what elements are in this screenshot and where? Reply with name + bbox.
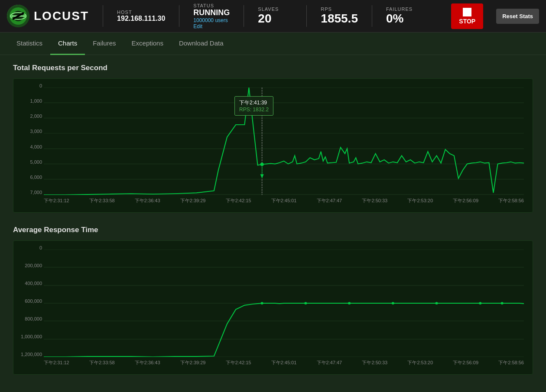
reset-stats-button[interactable]: Reset Stats (496, 9, 539, 24)
tab-download[interactable]: Download Data (171, 32, 231, 55)
header: LOCUST HOST 192.168.111.30 STATUS RUNNIN… (0, 0, 546, 32)
divider3 (244, 5, 244, 27)
svg-point-27 (392, 302, 394, 305)
host-block: HOST 192.168.111.30 (117, 10, 165, 23)
rps-block: RPS 1855.5 (321, 6, 358, 26)
failures-block: FAILURES 0% (386, 6, 421, 26)
chart1-container: Total Requests per Second 7,000 6,000 5,… (13, 64, 533, 213)
chart1-y-axis: 7,000 6,000 5,000 4,000 3,000 2,000 1,00… (17, 83, 42, 195)
chart1-title: Total Requests per Second (13, 64, 533, 72)
slaves-label: SLAVES (258, 6, 292, 12)
chart2-title: Average Response Time (13, 226, 533, 234)
stop-icon (463, 8, 471, 16)
divider5 (372, 5, 372, 27)
svg-point-29 (479, 302, 481, 305)
logo-icon (7, 5, 29, 27)
svg-marker-16 (260, 174, 264, 178)
divider1 (103, 5, 103, 27)
edit-link[interactable]: Edit (193, 23, 230, 29)
nav-tabs: Statistics Charts Failures Exceptions Do… (0, 32, 546, 55)
divider4 (306, 5, 307, 27)
tab-statistics[interactable]: Statistics (9, 32, 50, 55)
chart2-svg-area (44, 249, 524, 357)
logo-text: LOCUST (34, 9, 89, 23)
tab-failures[interactable]: Failures (85, 32, 124, 55)
host-value: 192.168.111.30 (117, 15, 165, 23)
failures-label: FAILURES (386, 6, 421, 12)
slaves-value: 20 (258, 12, 292, 26)
chart2-container: Average Response Time 1,200,000 1,000,00… (13, 226, 533, 375)
svg-point-24 (261, 302, 263, 305)
chart2-svg (44, 249, 524, 357)
svg-point-14 (260, 163, 264, 166)
divider2 (179, 5, 179, 27)
svg-point-30 (501, 302, 504, 305)
chart2-x-axis: 下午2:31:12 下午2:33:58 下午2:36:43 下午2:39:29 … (44, 357, 524, 366)
tab-charts[interactable]: Charts (50, 32, 85, 55)
chart2-y-axis: 1,200,000 1,000,000 800,000 600,000 400,… (17, 245, 42, 357)
users-value: 1000000 users (193, 17, 230, 23)
logo-area: LOCUST (7, 5, 89, 27)
status-label: STATUS (193, 3, 230, 8)
svg-point-26 (348, 302, 351, 305)
chart1-svg (44, 87, 524, 195)
reset-label: Reset Stats (502, 13, 533, 19)
rps-value: 1855.5 (321, 12, 358, 26)
tab-exceptions[interactable]: Exceptions (124, 32, 171, 55)
status-block: STATUS RUNNING 1000000 users Edit (193, 3, 230, 29)
host-label: HOST (117, 10, 165, 15)
failures-value: 0% (386, 12, 421, 26)
svg-point-28 (436, 302, 438, 305)
chart1-x-axis: 下午2:31:12 下午2:33:58 下午2:36:43 下午2:39:29 … (44, 195, 524, 204)
charts-area: Total Requests per Second 7,000 6,000 5,… (0, 55, 546, 392)
chart1-svg-area: 下午2:41:39 RPS: 1832.2 (44, 87, 524, 195)
slaves-block: SLAVES 20 (258, 6, 292, 26)
status-value: RUNNING (193, 8, 230, 17)
svg-point-25 (304, 302, 307, 305)
chart1-box: 7,000 6,000 5,000 4,000 3,000 2,000 1,00… (13, 78, 533, 213)
rps-label: RPS (321, 6, 358, 12)
chart2-box: 1,200,000 1,000,000 800,000 600,000 400,… (13, 240, 533, 375)
stop-label: STOP (459, 18, 475, 25)
stop-button[interactable]: STOP (451, 3, 483, 29)
